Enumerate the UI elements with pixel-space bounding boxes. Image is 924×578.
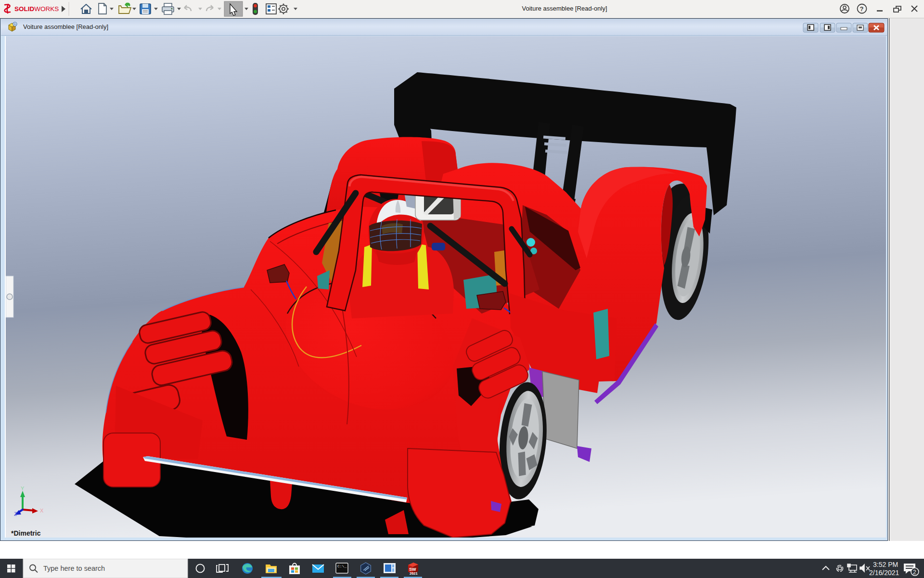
svg-text:Z: Z [14, 512, 17, 517]
svg-text:Type here to search: Type here to search [43, 565, 105, 572]
svg-text:2: 2 [913, 569, 916, 576]
svg-text:Y: Y [21, 486, 25, 491]
svg-text:3:52 PM: 3:52 PM [873, 561, 898, 568]
svg-text:C:\_: C:\_ [337, 564, 346, 568]
svg-text:*Dimetric: *Dimetric [11, 529, 41, 537]
svg-text:?: ? [860, 5, 864, 13]
svg-text:2/16/2021: 2/16/2021 [869, 569, 899, 577]
svg-text:X: X [40, 508, 44, 513]
svg-text:2021: 2021 [410, 571, 418, 576]
svg-text:SOLIDWORKS: SOLIDWORKS [14, 5, 59, 13]
